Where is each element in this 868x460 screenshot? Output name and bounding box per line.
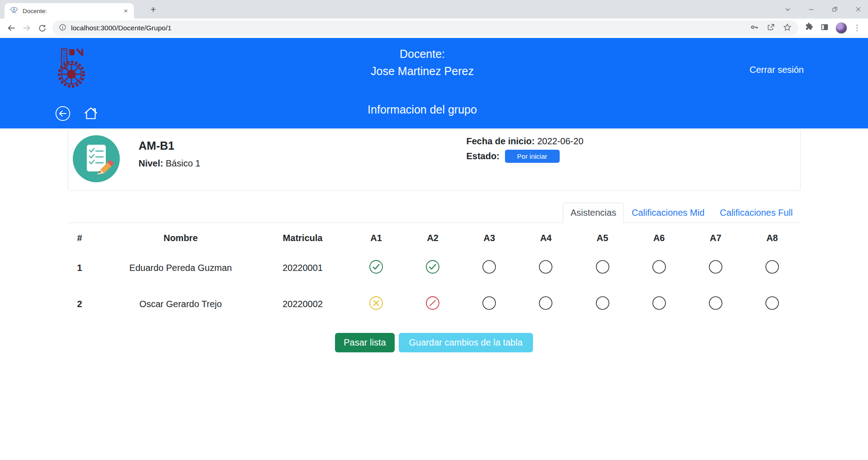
extensions-puzzle-icon[interactable] [804,22,814,34]
page-title: Informacion del grupo [0,103,844,116]
status-badge[interactable]: Por iniciar [505,150,560,163]
attendance-circle-empty[interactable] [482,260,496,274]
tab-calificaciones-mid[interactable]: Calificaciones Mid [624,203,712,223]
student-name: Eduardo Pereda Guzman [104,250,258,286]
group-level: Nivel: Básico 1 [139,158,201,169]
attendance-circle-empty[interactable] [595,296,610,310]
back-nav-icon[interactable] [4,20,19,36]
browser-tab[interactable]: Docente: × [5,3,134,19]
col-header-a7: A7 [687,227,744,250]
attendance-circle-check[interactable] [425,260,440,274]
student-matricula: 20220001 [258,250,348,286]
col-header-a8: A8 [744,227,800,250]
attendance-circle-empty[interactable] [708,296,723,310]
attendance-circle-empty[interactable] [652,296,666,310]
window-restore-button[interactable] [831,6,838,13]
guardar-cambios-button[interactable]: Guardar cambios de la tabla [399,333,533,352]
favicon-icon [10,6,18,16]
tab-title: Docente: [23,8,122,14]
col-header-a4: A4 [518,227,574,250]
col-header-a5: A5 [574,227,631,250]
browser-toolbar: localhost:3000/Docente/Grupo/1 [0,19,868,38]
student-matricula: 20220002 [258,286,348,322]
attendance-circle-cross[interactable] [369,296,383,310]
tab-close-icon[interactable]: × [122,7,130,15]
group-name: AM-B1 [139,139,201,152]
browser-titlebar: Docente: × + [0,0,868,19]
tab-search-icon[interactable] [784,6,791,13]
tab-asistencias[interactable]: Asistencias [563,203,624,223]
student-number: 2 [68,286,104,322]
app-header: Docente: Jose Martinez Perez Cerrar sesi… [0,38,868,128]
attendance-circle-empty[interactable] [652,260,666,274]
start-date-value: 2022-06-20 [537,136,583,146]
attendance-circle-empty[interactable] [538,260,553,274]
pasar-lista-button[interactable]: Pasar lista [335,333,394,352]
tab-calificaciones-full[interactable]: Calificaciones Full [712,203,800,223]
status-label: Estado: [467,151,500,161]
attendance-circle-check[interactable] [369,260,383,274]
table-row: 2 Oscar Gerardo Trejo 20220002 [68,286,801,322]
attendance-circle-empty[interactable] [765,260,779,274]
docente-name: Jose Martinez Perez [0,62,844,80]
col-header-a2: A2 [405,227,461,250]
attendance-circle-empty[interactable] [708,260,723,274]
start-date-label: Fecha de inicio: [467,136,535,146]
col-header-a3: A3 [461,227,518,250]
attendance-circle-empty[interactable] [765,296,779,310]
attendance-circle-empty[interactable] [482,296,496,310]
new-tab-button[interactable]: + [148,4,159,15]
attendance-circle-empty[interactable] [538,296,553,310]
share-icon[interactable] [766,23,775,33]
student-number: 1 [68,250,104,286]
site-info-icon[interactable] [59,24,66,33]
col-header-a6: A6 [631,227,687,250]
reload-icon[interactable] [34,20,50,36]
forward-nav-icon[interactable] [19,20,34,36]
side-panel-icon[interactable] [820,22,830,34]
profile-avatar[interactable] [835,22,847,34]
bookmark-star-icon[interactable] [783,23,792,34]
browser-menu-icon[interactable]: ⋮ [853,25,861,31]
col-header-a1: A1 [348,227,405,250]
url-text[interactable]: localhost:3000/Docente/Grupo/1 [71,24,745,32]
attendance-circle-empty[interactable] [595,260,610,274]
attendance-circle-slash[interactable] [425,296,440,310]
docente-label: Docente: [0,45,844,62]
group-card: AM-B1 Nivel: Básico 1 Fecha de inicio: 2… [68,129,801,191]
col-header-matricula: Matricula [258,227,348,250]
student-name: Oscar Gerardo Trejo [104,286,258,322]
window-minimize-button[interactable] [808,6,815,13]
col-header-nombre: Nombre [104,227,258,250]
attendance-table: # Nombre Matricula A1 A2 A3 A4 A5 A6 A7 … [68,227,801,322]
col-header-num: # [68,227,104,250]
logout-link[interactable]: Cerrar sesión [750,65,804,75]
level-value: Básico 1 [166,158,201,168]
tab-bar: Asistencias Calificaciones Mid Calificac… [68,203,801,223]
window-close-button[interactable] [855,6,862,13]
password-key-icon[interactable] [750,23,759,33]
table-row: 1 Eduardo Pereda Guzman 20220001 [68,250,801,286]
level-label: Nivel: [139,158,163,168]
start-date: Fecha de inicio: 2022-06-20 [467,136,584,147]
address-bar[interactable]: localhost:3000/Docente/Grupo/1 [52,20,798,36]
table-header-row: # Nombre Matricula A1 A2 A3 A4 A5 A6 A7 … [68,227,801,250]
group-checklist-icon [73,135,120,184]
